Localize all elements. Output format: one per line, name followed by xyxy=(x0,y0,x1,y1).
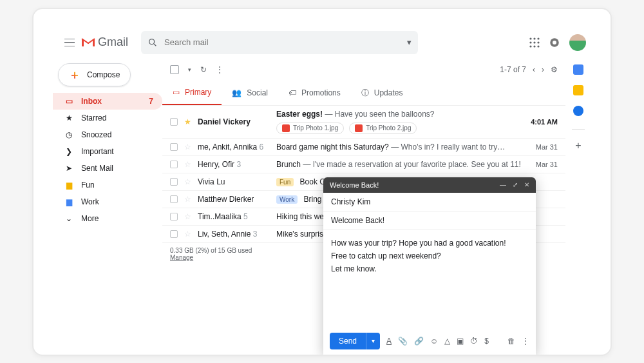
attachment-chip[interactable]: Trip Photo 2.jpg xyxy=(349,123,417,134)
inbox-icon: ▭ xyxy=(64,97,73,106)
format-icon[interactable]: A xyxy=(386,337,392,346)
row-checkbox[interactable] xyxy=(170,230,178,238)
email-row[interactable]: ☆ Henry, Ofir 3 Brunch — I've made a res… xyxy=(162,156,565,173)
sidebar-item-label: Sent Mail xyxy=(81,164,113,173)
star-toggle[interactable]: ☆ xyxy=(184,160,191,169)
star-toggle[interactable]: ☆ xyxy=(184,142,191,152)
discard-icon[interactable]: 🗑 xyxy=(507,337,515,346)
star-toggle[interactable]: ☆ xyxy=(184,230,191,239)
svg-point-0 xyxy=(149,39,155,44)
row-checkbox[interactable] xyxy=(170,143,178,151)
tasks-addon[interactable] xyxy=(573,106,583,116)
row-checkbox[interactable] xyxy=(170,178,178,186)
body-line: Let me know. xyxy=(331,262,528,275)
send-options-button[interactable]: ▾ xyxy=(366,333,380,349)
confidential-icon[interactable]: ⏱ xyxy=(470,337,478,346)
select-all-checkbox[interactable] xyxy=(170,65,179,74)
laptop-frame: Gmail ▾ ＋ Compose ▭ Inbox xyxy=(32,8,612,356)
tab-primary[interactable]: ▭ Primary xyxy=(162,81,222,105)
attachment-chip[interactable]: Trip Photo 1.jpg xyxy=(276,123,344,134)
attach-icon[interactable]: 📎 xyxy=(398,337,408,346)
row-sender: Liv, Seth, Annie 3 xyxy=(198,230,270,239)
get-addons-button[interactable]: + xyxy=(575,140,581,152)
sidebar-item-starred[interactable]: ★ Starred xyxy=(53,110,162,126)
subject-field[interactable]: Welcome Back! xyxy=(323,211,536,230)
search-bar[interactable]: ▾ xyxy=(141,31,418,54)
search-options-dropdown[interactable]: ▾ xyxy=(407,37,412,47)
tab-promotions[interactable]: 🏷 Promotions xyxy=(278,81,351,105)
more-options-icon[interactable]: ⋮ xyxy=(522,337,529,346)
sidebar-item-work[interactable]: ▆ Work xyxy=(53,193,162,210)
chevron-down-icon: ⌄ xyxy=(64,214,73,223)
minimize-icon[interactable]: — xyxy=(500,181,506,188)
star-toggle[interactable]: ★ xyxy=(184,117,191,126)
apps-icon[interactable] xyxy=(529,37,540,48)
notifications-icon[interactable] xyxy=(549,37,560,48)
label-chip: Work xyxy=(276,195,298,204)
settings-button[interactable]: ⚙ xyxy=(551,65,558,74)
plus-icon: ＋ xyxy=(69,69,80,81)
drive-icon[interactable]: △ xyxy=(444,337,450,346)
tab-updates[interactable]: ⓘ Updates xyxy=(351,81,413,105)
photo-icon[interactable]: ▣ xyxy=(457,337,464,346)
compose-button[interactable]: ＋ Compose xyxy=(58,63,131,86)
row-checkbox[interactable] xyxy=(170,195,178,203)
select-dropdown-icon[interactable]: ▾ xyxy=(188,66,191,73)
row-subject: Easter eggs! xyxy=(276,110,323,119)
money-icon[interactable]: $ xyxy=(484,337,489,346)
side-panel: + xyxy=(565,58,591,355)
next-page-button[interactable]: › xyxy=(542,65,544,74)
label-icon: ▆ xyxy=(64,197,73,206)
sidebar-item-label: Work xyxy=(81,197,99,206)
row-checkbox[interactable] xyxy=(170,118,178,126)
sidebar: ＋ Compose ▭ Inbox 7 ★ Starred ◷ Snoozed … xyxy=(53,58,162,355)
close-icon[interactable]: ✕ xyxy=(524,181,529,188)
sidebar-item-fun[interactable]: ▆ Fun xyxy=(53,177,162,193)
row-subject: Mike's surprise xyxy=(276,230,328,239)
search-input[interactable] xyxy=(164,37,401,47)
calendar-addon[interactable] xyxy=(573,64,583,75)
compose-header[interactable]: Welcome Back! — ⤢ ✕ xyxy=(323,177,536,193)
svg-point-6 xyxy=(537,41,539,43)
refresh-button[interactable]: ↻ xyxy=(200,65,207,74)
send-button[interactable]: Send xyxy=(330,333,366,349)
promotions-icon: 🏷 xyxy=(289,88,296,97)
link-icon[interactable]: 🔗 xyxy=(414,337,424,346)
row-date: Mar 31 xyxy=(536,161,558,168)
email-row[interactable]: ☆ me, Ankit, Annika 6 Board game night t… xyxy=(162,139,565,156)
star-toggle[interactable]: ☆ xyxy=(184,195,191,204)
sidebar-item-inbox[interactable]: ▭ Inbox 7 xyxy=(53,93,162,110)
more-button[interactable]: ⋮ xyxy=(216,65,223,74)
star-toggle[interactable]: ☆ xyxy=(184,212,191,221)
search-icon xyxy=(147,37,158,48)
clock-icon: ◷ xyxy=(64,130,73,139)
expand-icon[interactable]: ⤢ xyxy=(513,181,518,188)
sidebar-item-label: Snoozed xyxy=(81,130,111,139)
compose-footer: Send ▾ A 📎 🔗 ☺ △ ▣ ⏱ $ 🗑 xyxy=(323,328,536,355)
email-row[interactable]: ★ Daniel Vickery Easter eggs! — Have you… xyxy=(162,106,565,139)
keep-addon[interactable] xyxy=(573,85,583,95)
star-toggle[interactable]: ☆ xyxy=(184,177,191,186)
gmail-logo[interactable]: Gmail xyxy=(81,35,128,49)
tab-social[interactable]: 👥 Social xyxy=(222,81,278,105)
compose-title: Welcome Back! xyxy=(330,181,379,189)
compose-body[interactable]: How was your trip? Hope you had a good v… xyxy=(323,230,536,328)
main-menu-button[interactable] xyxy=(58,31,81,54)
sidebar-item-more[interactable]: ⌄ More xyxy=(53,210,162,227)
row-sender: Daniel Vickery xyxy=(198,117,270,126)
sidebar-item-snoozed[interactable]: ◷ Snoozed xyxy=(53,126,162,143)
sidebar-item-important[interactable]: ❯ Important xyxy=(53,143,162,160)
prev-page-button[interactable]: ‹ xyxy=(533,65,535,74)
account-avatar[interactable] xyxy=(569,34,586,51)
svg-point-7 xyxy=(529,45,531,47)
to-field[interactable]: Christy Kim xyxy=(323,193,536,211)
body: ＋ Compose ▭ Inbox 7 ★ Starred ◷ Snoozed … xyxy=(53,58,591,355)
row-checkbox[interactable] xyxy=(170,161,178,168)
row-checkbox[interactable] xyxy=(170,213,178,221)
emoji-icon[interactable]: ☺ xyxy=(430,337,438,346)
svg-point-5 xyxy=(533,41,535,43)
sidebar-item-label: More xyxy=(81,214,99,223)
body-line: Free to catch up next weekend? xyxy=(331,250,528,262)
sidebar-item-label: Starred xyxy=(81,113,106,123)
sidebar-item-sent[interactable]: ➤ Sent Mail xyxy=(53,160,162,177)
